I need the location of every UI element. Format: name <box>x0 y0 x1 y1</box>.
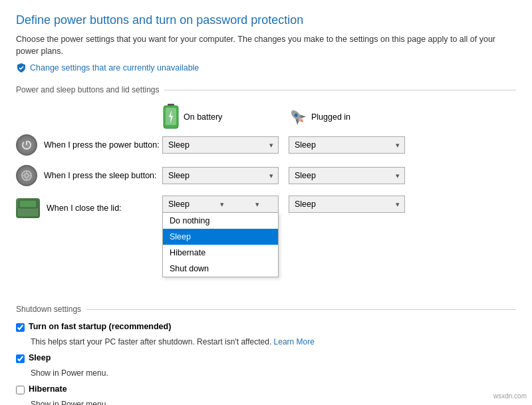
watermark: wsxdn.com <box>493 392 527 400</box>
fast-startup-sublabel: This helps start your PC faster after sh… <box>31 337 516 346</box>
shutdown-divider: Shutdown settings <box>16 305 516 314</box>
power-plugged-select[interactable]: Sleep Do nothing Hibernate Shut down <box>289 136 405 154</box>
lid-plugged-select-wrapper[interactable]: Sleep Do nothing Hibernate Shut down <box>289 196 405 213</box>
lid-battery-dropdown-container: Sleep ▾ Do nothing Sleep Hibernate Shut … <box>162 196 279 213</box>
battery-column-header: On battery <box>162 104 289 130</box>
dropdown-chevron: ▾ <box>220 200 224 209</box>
lid-plugged-select[interactable]: Sleep Do nothing Hibernate Shut down <box>289 196 405 213</box>
power-symbol-svg <box>21 139 33 151</box>
sleep-button-text: When I press the sleep button: <box>44 171 157 180</box>
hibernate-row: Hibernate <box>16 384 516 394</box>
lid-text: When I close the lid: <box>47 203 122 213</box>
lid-row: When I close the lid: Sleep ▾ Do nothing… <box>16 196 516 218</box>
shutdown-section: Shutdown settings Turn on fast startup (… <box>16 305 516 405</box>
dropdown-option-shut-down[interactable]: Shut down <box>163 261 278 277</box>
lid-battery-dropdown-display[interactable]: Sleep ▾ <box>162 196 279 213</box>
lid-icon <box>16 198 40 218</box>
change-settings-label: Change settings that are currently unava… <box>30 63 199 72</box>
sleep-shutdown-checkbox[interactable] <box>16 354 25 363</box>
dropdown-option-do-nothing[interactable]: Do nothing <box>163 213 278 229</box>
power-battery-select-wrapper[interactable]: Sleep Do nothing Hibernate Shut down <box>162 136 279 154</box>
plugged-column-header: Plugged in <box>289 108 415 126</box>
sleep-shutdown-row: Sleep <box>16 353 516 363</box>
svg-rect-18 <box>17 207 39 217</box>
learn-more-link[interactable]: Learn More <box>274 337 315 346</box>
power-button-icon <box>16 134 37 156</box>
sleep-battery-select[interactable]: Sleep Do nothing Hibernate Shut down <box>162 167 279 184</box>
lid-svg <box>16 198 40 218</box>
shutdown-section-label: Shutdown settings <box>16 305 81 314</box>
hibernate-checkbox[interactable] <box>16 386 25 394</box>
sleep-shutdown-label: Sleep <box>29 353 51 362</box>
sleep-button-label: When I press the sleep button: <box>16 165 162 186</box>
page-title: Define power buttons and turn on passwor… <box>16 13 516 27</box>
lid-battery-dropdown-value: Sleep <box>168 200 190 209</box>
plugged-column-label: Plugged in <box>311 112 350 122</box>
sleep-plugged-select-wrapper[interactable]: Sleep Do nothing Hibernate Shut down <box>289 167 405 184</box>
lid-battery-dropdown-list: Do nothing Sleep Hibernate Shut down <box>162 213 279 277</box>
fast-startup-row: Turn on fast startup (recommended) <box>16 322 516 332</box>
lid-label: When I close the lid: <box>16 198 162 218</box>
power-button-row: When I press the power button: Sleep Do … <box>16 134 516 156</box>
fast-startup-checkbox[interactable] <box>16 323 25 332</box>
svg-point-13 <box>25 174 29 178</box>
hibernate-sublabel: Show in Power menu. <box>31 400 516 405</box>
fast-startup-label: Turn on fast startup (recommended) <box>29 322 171 331</box>
svg-rect-21 <box>20 201 36 207</box>
sleep-button-row: When I press the sleep button: Sleep Do … <box>16 165 516 186</box>
dropdown-option-hibernate[interactable]: Hibernate <box>163 245 278 261</box>
power-button-label: When I press the power button: <box>16 134 162 156</box>
section1-divider: Power and sleep buttons and lid settings <box>16 85 516 94</box>
change-settings-link[interactable]: Change settings that are currently unava… <box>16 63 199 73</box>
sleep-button-icon <box>16 165 37 186</box>
battery-icon <box>162 104 180 130</box>
sleep-battery-select-wrapper[interactable]: Sleep Do nothing Hibernate Shut down <box>162 167 279 184</box>
rocket-icon <box>289 108 307 126</box>
sleep-symbol-svg <box>21 170 33 182</box>
sleep-shutdown-sublabel: Show in Power menu. <box>31 368 516 378</box>
columns-header: On battery Plugged in <box>16 104 516 130</box>
dropdown-option-sleep[interactable]: Sleep <box>163 229 278 245</box>
battery-column-label: On battery <box>184 112 222 122</box>
page-description: Choose the power settings that you want … <box>16 34 516 57</box>
sleep-plugged-select[interactable]: Sleep Do nothing Hibernate Shut down <box>289 167 405 184</box>
power-battery-select[interactable]: Sleep Do nothing Hibernate Shut down <box>162 136 279 154</box>
power-button-text: When I press the power button: <box>44 140 160 150</box>
section1-label: Power and sleep buttons and lid settings <box>16 85 159 94</box>
hibernate-label: Hibernate <box>29 384 67 394</box>
shield-icon <box>16 63 27 73</box>
power-plugged-select-wrapper[interactable]: Sleep Do nothing Hibernate Shut down <box>289 136 405 154</box>
